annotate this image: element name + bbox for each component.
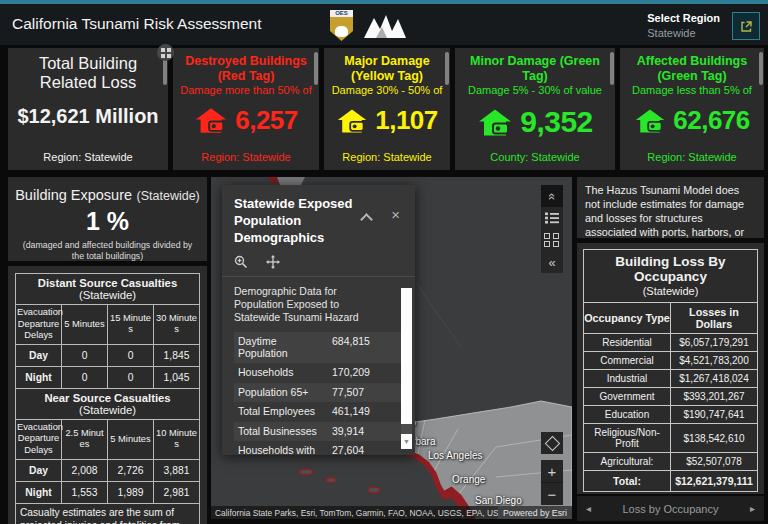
collapse-up-button[interactable]: « <box>541 185 563 207</box>
table-title: Building Loss By Occupancy <box>584 254 757 284</box>
table-cell: 2,726 <box>108 459 154 481</box>
kpi-affected-buildings: Affected Buildings (Green Tag) Damage le… <box>620 48 764 170</box>
basemap-grid-icon <box>544 233 560 247</box>
table-cell: 1,989 <box>108 481 154 503</box>
casualties-note: Casualty estimates are the sum of projec… <box>16 503 200 524</box>
column-header: Losses in Dollars <box>671 303 758 334</box>
column-header: 5 Minutes <box>108 419 154 459</box>
house-tag-icon <box>634 107 666 135</box>
occupancy-type: Agricultural: <box>584 453 671 471</box>
column-header: Evacuation Departure Delays <box>16 419 62 459</box>
card-scrollbar[interactable] <box>314 52 318 85</box>
hazus-note-panel: The Hazus Tsunami Model does not include… <box>577 177 764 238</box>
row-label: Total Businesses <box>238 426 332 438</box>
casualties-table: Distant Source Casualties (Statewide) Ev… <box>15 273 200 524</box>
scroll-down-button[interactable]: ▼ <box>401 434 412 449</box>
row-label: Day <box>16 459 62 481</box>
header-logos: OES <box>330 10 408 41</box>
row-value: 170,209 <box>332 367 370 379</box>
kpi-title: Total Building Related Loss <box>8 54 168 91</box>
occupancy-type: Commercial <box>584 352 671 370</box>
kpi-destroyed-buildings: Destroyed Buildings (Red Tag) Damage mor… <box>173 48 319 170</box>
occupancy-type: Industrial <box>584 370 671 388</box>
table-cell: 3,881 <box>154 459 200 481</box>
carousel-next-icon[interactable]: ▸ <box>750 503 755 514</box>
column-header: Evacuation Departure Delays <box>16 305 62 345</box>
table-region: (Statewide) <box>79 404 136 416</box>
widget-drag-handle[interactable] <box>157 44 174 61</box>
app-header: California Tsunami Risk Assessment OES S… <box>0 0 768 45</box>
page-title: California Tsunami Risk Assessment <box>12 15 262 33</box>
map-canvas[interactable]: spo Santa Barbara Los Angeles Orange San… <box>211 177 572 519</box>
kpi-total-building-loss: Total Building Related Loss $12,621 Mill… <box>8 48 168 170</box>
table-row: Households170,209 <box>234 363 403 383</box>
row-label: Households <box>238 367 332 379</box>
house-tag-icon <box>194 106 228 135</box>
map-label-orange: Orange <box>452 474 485 485</box>
move-popup-icon[interactable] <box>266 255 280 269</box>
legend-button[interactable] <box>541 207 563 229</box>
select-region-value[interactable]: Statewide <box>647 27 720 39</box>
default-extent-button[interactable] <box>541 432 563 454</box>
kpi-footer: County: Statewide <box>455 151 615 163</box>
kpi-value: 9,352 <box>520 105 593 139</box>
kpi-footer: Region: Statewide <box>324 151 450 163</box>
table-region: (Statewide) <box>584 285 757 297</box>
kpi-value: 62,676 <box>673 105 750 136</box>
zoom-to-icon[interactable] <box>234 255 248 269</box>
down-arrow-icon: ▼ <box>403 438 410 445</box>
occupancy-loss: $6,057,179,291 <box>671 334 758 352</box>
map-tool-stack: « « <box>541 185 563 273</box>
kpi-footer: Region: Statewide <box>620 151 764 163</box>
row-value: 27,604 <box>332 445 364 455</box>
casualties-panel: Distant Source Casualties (Statewide) Ev… <box>8 266 207 524</box>
distant-casualties-title: Distant Source Casualties (Statewide) <box>16 274 200 305</box>
panel-carousel: ◂ Loss by Occupancy ▸ <box>577 496 764 521</box>
carousel-label: Loss by Occupancy <box>623 503 719 515</box>
popup-demographics-table: Daytime Population684,815 Households170,… <box>234 332 403 455</box>
row-label: Night <box>16 481 62 503</box>
table-cell: 0 <box>62 344 108 366</box>
row-value: 39,914 <box>332 426 364 438</box>
zoom-in-button[interactable]: + <box>541 460 563 482</box>
collapse-left-button[interactable]: « <box>541 251 563 273</box>
occupancy-type: Education <box>584 406 671 424</box>
map-popup: Statewide Exposed Population Demographic… <box>222 185 415 455</box>
card-scrollbar[interactable] <box>759 52 763 85</box>
card-scrollbar[interactable] <box>445 52 449 85</box>
kpi-subtitle: Damage less than 5% of value <box>620 84 764 96</box>
row-label: Population 65+ <box>238 387 332 399</box>
zoom-out-button[interactable]: − <box>541 482 563 505</box>
table-cell: 2,981 <box>154 481 200 503</box>
california-geological-survey-logo-icon <box>362 12 408 40</box>
total-label: Total: <box>584 471 671 492</box>
row-label: Day <box>16 344 62 366</box>
row-value: 77,507 <box>332 387 364 399</box>
row-value: 461,149 <box>332 406 370 418</box>
kpi-value: 6,257 <box>235 105 298 136</box>
column-header: 15 Minutes <box>108 305 154 345</box>
column-header: Occupancy Type <box>584 303 671 334</box>
loss-table-title-cell: Building Loss By Occupancy (Statewide) <box>584 250 758 303</box>
powered-by-esri-link[interactable]: Powered by Esri <box>498 506 572 519</box>
close-icon[interactable]: × <box>391 206 400 223</box>
table-cell: 0 <box>62 366 108 388</box>
occupancy-loss: $138,542,610 <box>671 424 758 453</box>
kpi-value: $12,621 Million <box>17 105 158 128</box>
column-header: 10 Minutes <box>154 419 200 459</box>
carousel-prev-icon[interactable]: ◂ <box>586 503 591 514</box>
scrollbar-thumb[interactable] <box>401 288 412 424</box>
kpi-footer: Region: Statewide <box>173 151 319 163</box>
basemap-gallery-button[interactable] <box>541 229 563 251</box>
popup-scrollbar[interactable]: ▼ <box>401 288 412 449</box>
column-header: 5 Minutes <box>62 305 108 345</box>
table-cell: 1,845 <box>154 344 200 366</box>
region-selector: Select Region Statewide <box>647 12 720 39</box>
card-scrollbar[interactable] <box>610 52 614 85</box>
exposure-title: Building Exposure <box>15 187 132 203</box>
total-value: $12,621,379,111 <box>671 471 758 492</box>
double-chevron-up-icon: « <box>547 193 557 199</box>
table-row: Total Businesses39,914 <box>234 422 403 442</box>
open-region-selector-button[interactable] <box>732 12 760 40</box>
table-title: Distant Source Casualties <box>38 277 177 289</box>
